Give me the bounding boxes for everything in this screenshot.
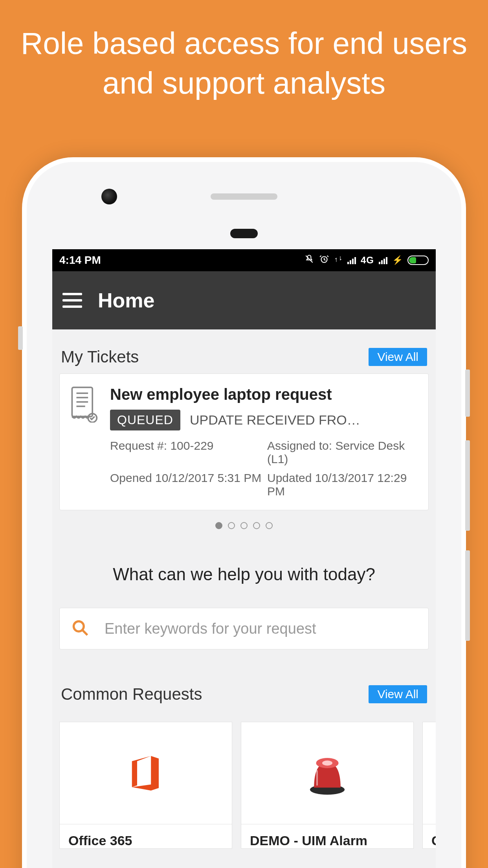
request-card-label: Office 365 [60, 824, 232, 848]
request-card-uim-alarm[interactable]: DEMO - UIM Alarm [241, 722, 414, 849]
help-prompt: What can we help you with today? [52, 533, 436, 608]
phone-speaker [211, 193, 277, 200]
page-title: Home [98, 289, 154, 312]
menu-icon[interactable] [62, 293, 82, 308]
ticket-status-text: UPDATE RECEIVED FRO… [190, 412, 419, 428]
phone-camera [101, 189, 117, 204]
pager-dot[interactable] [240, 522, 248, 529]
svg-point-7 [74, 622, 84, 632]
tickets-view-all-button[interactable]: View All [369, 348, 427, 366]
status-bar: 4:14 PM 4G ⚡ [52, 249, 436, 271]
app-screen: 4:14 PM 4G ⚡ [52, 249, 436, 868]
mute-icon [304, 254, 314, 267]
battery-icon [407, 256, 429, 265]
office-icon [60, 722, 232, 824]
status-badge: QUEUED [110, 410, 180, 430]
svg-point-11 [322, 760, 332, 765]
pager-dot[interactable] [266, 522, 273, 529]
pager-dot[interactable] [215, 522, 222, 529]
ticket-card[interactable]: New employee laptop request QUEUED UPDAT… [59, 373, 429, 510]
common-view-all-button[interactable]: View All [369, 685, 427, 703]
svg-line-8 [83, 630, 88, 635]
ticket-updated: Updated 10/13/2017 12:29 PM [267, 471, 419, 498]
ticket-request-number: Request #: 100-229 [110, 439, 262, 466]
signal-icon [347, 256, 356, 264]
request-card-office365[interactable]: Office 365 [59, 722, 232, 849]
phone-side-button [18, 326, 23, 350]
carousel-pager [52, 510, 436, 533]
signal-icon [379, 256, 387, 264]
data-icon [334, 255, 343, 266]
network-label: 4G [361, 255, 374, 266]
ticket-title: New employee laptop request [110, 386, 419, 403]
status-time: 4:14 PM [59, 254, 101, 267]
ticket-assigned-to: Assigned to: Service Desk (L1) [267, 439, 419, 466]
pager-dot[interactable] [253, 522, 260, 529]
request-card-partial[interactable]: Goo [422, 722, 436, 849]
pager-dot[interactable] [228, 522, 235, 529]
app-bar: Home [52, 271, 436, 329]
phone-side-button [465, 440, 470, 531]
common-requests-title: Common Requests [61, 685, 202, 704]
charging-icon: ⚡ [392, 255, 403, 265]
alarm-icon [319, 254, 329, 267]
phone-side-button [465, 550, 470, 641]
search-box[interactable] [59, 608, 429, 649]
phone-sensor [230, 229, 258, 238]
request-card-label: DEMO - UIM Alarm [241, 824, 413, 848]
my-tickets-title: My Tickets [61, 348, 139, 366]
card-image [423, 722, 436, 824]
search-input[interactable] [105, 620, 416, 637]
phone-frame: 4:14 PM 4G ⚡ [22, 157, 466, 868]
siren-icon [241, 722, 413, 824]
ticket-icon [69, 386, 98, 498]
phone-side-button [465, 370, 470, 417]
promo-headline: Role based access for end users and supp… [0, 0, 488, 103]
search-icon [72, 619, 89, 638]
ticket-opened: Opened 10/12/2017 5:31 PM [110, 471, 262, 498]
request-card-label: Goo [423, 824, 436, 848]
